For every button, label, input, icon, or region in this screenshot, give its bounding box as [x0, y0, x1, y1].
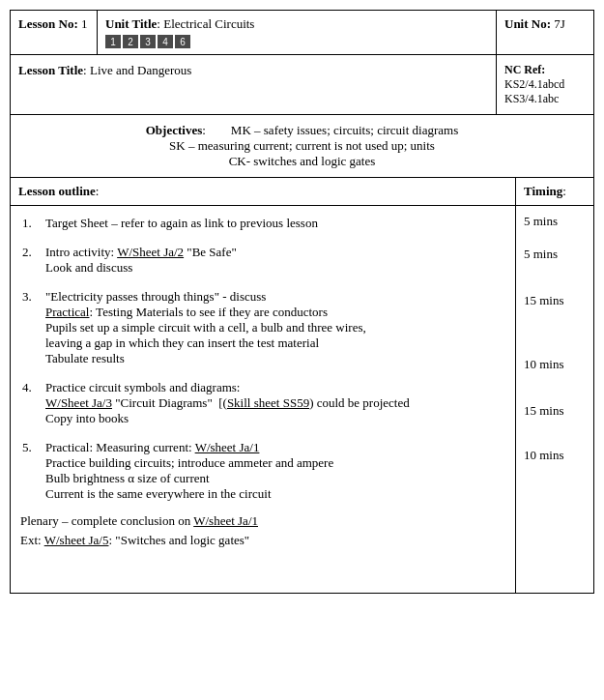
item-1-num: 1. — [22, 216, 43, 231]
nc-ref-cell: NC Ref: KS2/4.1abcd KS3/4.1abc — [497, 55, 593, 114]
lesson-number: 1 — [81, 16, 88, 31]
link-worksheet-ja1[interactable]: W/sheet Ja/1 — [195, 440, 260, 454]
item-5-text: Practical: Measuring current: W/sheet Ja… — [45, 440, 503, 502]
outline-item-4: 4. Practice circuit symbols and diagrams… — [20, 378, 505, 428]
timing-content: 5 mins 5 mins 15 mins 10 mins 15 mins 10… — [516, 206, 593, 593]
practical-label-3: Practical — [45, 305, 89, 319]
outline-header-cell: Lesson outline: — [11, 178, 516, 205]
lesson-label: Lesson No: — [18, 16, 78, 31]
timing-item-1: 5 mins — [524, 214, 586, 229]
item-3-num: 3. — [22, 289, 43, 366]
item-5-num: 5. — [22, 440, 43, 502]
item-4-text: Practice circuit symbols and diagrams:W/… — [45, 380, 503, 426]
lesson-title-label: Lesson Title — [18, 63, 83, 77]
plenary-row: Plenary – complete conclusion on W/sheet… — [20, 513, 505, 529]
objectives-line3: CK- switches and logic gates — [229, 154, 376, 168]
unit-num-box: 3 — [140, 35, 156, 48]
link-worksheet-ja2[interactable]: W/Sheet Ja/2 — [117, 245, 184, 259]
unit-num-box: 2 — [123, 35, 138, 48]
unit-no-label: Unit No: — [504, 16, 551, 31]
link-plenary-worksheet-ja1[interactable]: W/sheet Ja/1 — [193, 513, 258, 528]
link-skill-sheet-ss59[interactable]: Skill sheet SS59 — [227, 395, 309, 410]
outline-header-label: Lesson outline — [18, 184, 96, 198]
objectives-line2: SK – measuring current; current is not u… — [169, 138, 435, 153]
outline-item-3: 3. "Electricity passes through things" -… — [20, 287, 505, 368]
timing-item-2: 5 mins — [524, 247, 586, 262]
timing-item-4: 10 mins — [524, 357, 586, 372]
unit-number-boxes: 12346 — [105, 35, 488, 48]
lesson-plan-page: Lesson No: 1 Unit Title: Electrical Circ… — [10, 10, 594, 594]
ext-row: Ext: W/sheet Ja/5: "Switches and logic g… — [20, 533, 505, 548]
lesson-no-cell: Lesson No: 1 — [11, 11, 98, 54]
objectives-row: Objectives: MK – safety issues; circuits… — [11, 115, 593, 178]
timing-item-5: 15 mins — [524, 403, 586, 419]
unit-num-box: 1 — [105, 35, 121, 48]
lesson-title-cell: Lesson Title: Live and Dangerous — [11, 55, 497, 114]
item-3-text: "Electricity passes through things" - di… — [45, 289, 503, 366]
link-worksheet-ja5[interactable]: W/sheet Ja/5 — [44, 533, 109, 547]
header-row: Lesson No: 1 Unit Title: Electrical Circ… — [11, 11, 593, 55]
outline-content: 1. Target Sheet – refer to again as link… — [11, 206, 516, 593]
unit-title-cell: Unit Title: Electrical Circuits 12346 — [98, 11, 497, 54]
unit-no-cell: Unit No: 7J — [497, 11, 593, 54]
item-1-text: Target Sheet – refer to again as link to… — [45, 216, 503, 231]
timing-item-3: 15 mins — [524, 293, 586, 308]
outline-item-5: 5. Practical: Measuring current: W/sheet… — [20, 438, 505, 504]
outline-header-row: Lesson outline: Timing: — [11, 178, 593, 206]
unit-num-box: 4 — [158, 35, 173, 48]
objectives-label: Objectives — [146, 123, 202, 137]
content-row: 1. Target Sheet – refer to again as link… — [11, 206, 593, 593]
item-4-num: 4. — [22, 380, 43, 426]
timing-plenary: 10 mins — [524, 448, 586, 463]
item-2-text: Intro activity: W/Sheet Ja/2 "Be Safe"Lo… — [45, 245, 503, 276]
link-worksheet-ja3[interactable]: W/Sheet Ja/3 — [45, 395, 112, 410]
outline-item-1: 1. Target Sheet – refer to again as link… — [20, 214, 505, 233]
outline-item-2: 2. Intro activity: W/Sheet Ja/2 "Be Safe… — [20, 243, 505, 277]
nc-ref-line1: KS2/4.1abcd — [504, 77, 586, 92]
objectives-line1: MK – safety issues; circuits; circuit di… — [231, 123, 458, 137]
unit-no-value: 7J — [554, 16, 565, 31]
lesson-title-row: Lesson Title: Live and Dangerous NC Ref:… — [11, 55, 593, 115]
item-2-num: 2. — [22, 245, 43, 276]
nc-ref-label: NC Ref: — [504, 63, 586, 77]
nc-ref-line2: KS3/4.1abc — [504, 92, 586, 106]
unit-title-label: Unit Title — [105, 16, 157, 31]
timing-header-cell: Timing: — [516, 178, 593, 205]
timing-header-label: Timing — [524, 184, 562, 198]
unit-title-value: Electrical Circuits — [163, 16, 254, 31]
lesson-title-value: Live and Dangerous — [90, 63, 191, 77]
unit-num-box: 6 — [175, 35, 190, 48]
